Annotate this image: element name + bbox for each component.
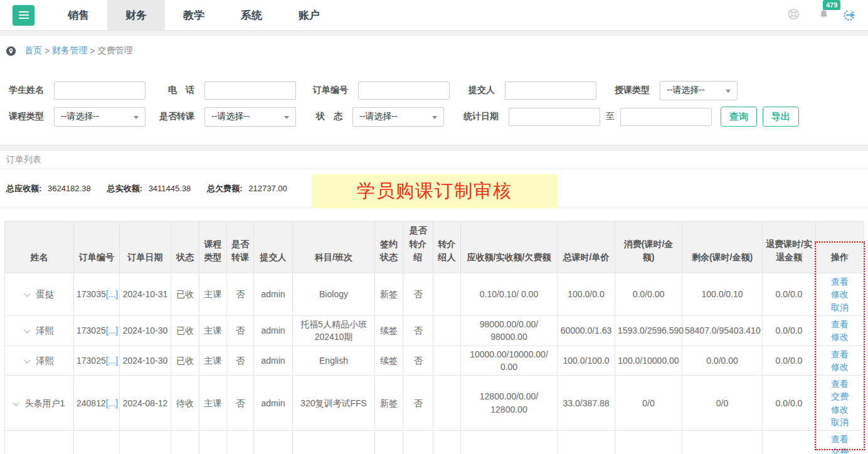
order-no-text: 173025 xyxy=(77,325,106,335)
order-no-input[interactable] xyxy=(358,82,450,100)
order-no-expand-link[interactable]: [...] xyxy=(106,325,118,335)
student-name: 蛋挞 xyxy=(36,289,54,299)
cell-consumed: 0.0/0.00 xyxy=(615,273,682,316)
action-view[interactable]: 查看 xyxy=(831,277,849,287)
cell-subject: 托福5人精品小班 202410期 xyxy=(293,315,375,346)
action-cancel[interactable]: 取消 xyxy=(831,302,849,312)
status-select[interactable]: --请选择-- xyxy=(352,107,444,127)
action-view[interactable]: 查看 xyxy=(831,379,849,389)
notification-count-badge[interactable]: 479 xyxy=(823,0,840,10)
cell-actions: 查看 修改 xyxy=(816,346,864,376)
nav-tab-3[interactable]: 系统 xyxy=(223,0,280,30)
menu-toggle-button[interactable] xyxy=(13,5,34,26)
expand-chevron-icon[interactable] xyxy=(24,291,30,297)
query-button[interactable]: 查询 xyxy=(721,107,757,127)
table-row: 泽熙173025[...]2024-10-30已收主课否admin托福5人精品小… xyxy=(5,315,864,346)
date-to-input[interactable] xyxy=(620,108,712,126)
cell-name: 泽熙 xyxy=(5,346,74,376)
column-header: 应收额/实收额/欠费额 xyxy=(461,221,558,273)
transfer-group: 是否转课 --请选择-- xyxy=(159,107,296,127)
nav-tab-4[interactable]: 账户 xyxy=(280,0,338,30)
cell-submitter: admin xyxy=(254,346,293,376)
column-header: 姓名 xyxy=(5,221,74,273)
nav-tab-0[interactable]: 销售 xyxy=(50,0,107,30)
cell-amounts: 0.10/0.10/ 0.00 xyxy=(461,273,558,316)
cell-refund: 0.0/0.0 xyxy=(763,346,816,376)
student-name-input[interactable] xyxy=(54,82,146,100)
logout-icon[interactable] xyxy=(843,9,855,24)
nav-tab-2[interactable]: 教学 xyxy=(165,0,223,30)
expand-chevron-icon[interactable] xyxy=(13,399,19,406)
section-divider xyxy=(0,30,868,36)
submitter-input[interactable] xyxy=(505,82,596,100)
cell-order-date: 2024-07-09 xyxy=(120,431,171,454)
student-name-group: 学生姓名 xyxy=(9,82,146,100)
nav-tab-1[interactable]: 财务 xyxy=(107,0,165,30)
cell-status: 已收 xyxy=(171,315,199,346)
phone-input[interactable] xyxy=(204,82,296,100)
notifications-bell[interactable]: 479 xyxy=(818,8,829,22)
action-pay[interactable]: 交费 xyxy=(831,447,849,454)
filter-row-2: 课程类型 --请选择-- 是否转课 --请选择-- 状 态 --请选择-- xyxy=(9,103,868,130)
breadcrumb-home[interactable]: 首页 xyxy=(24,45,42,56)
student-name: 头条用户1 xyxy=(25,398,65,408)
cell-order-date: 2024-10-30 xyxy=(120,315,171,346)
action-view[interactable]: 查看 xyxy=(831,319,849,329)
cell-sign-status: 新签 xyxy=(375,273,403,316)
cell-remaining: 58407.0/95403.410 xyxy=(682,315,763,346)
table-row: 泽熙173025[...]2024-10-30已收主课否adminEnglish… xyxy=(5,346,864,376)
cell-submitter: admin xyxy=(254,315,293,346)
order-no-expand-link[interactable]: [...] xyxy=(106,356,118,366)
table-row: 头条用户1240812[...]2024-08-12待收主课否admin320复… xyxy=(5,376,864,431)
cell-subject: English xyxy=(293,346,375,376)
cell-submitter: admin xyxy=(254,376,293,431)
cell-order-date: 2024-08-12 xyxy=(120,376,171,431)
course-type-group: 课程类型 --请选择-- xyxy=(9,107,146,127)
cell-refund: 0.0/0.0 xyxy=(763,273,816,316)
date-from-input[interactable] xyxy=(509,108,600,126)
cell-subject: 班课96 xyxy=(293,431,375,454)
action-edit[interactable]: 修改 xyxy=(831,289,849,299)
action-view[interactable]: 查看 xyxy=(831,349,849,359)
order-no-expand-link[interactable]: [...] xyxy=(106,398,118,408)
course-type-select[interactable]: --请选择-- xyxy=(54,107,146,127)
breadcrumb: 首页 > 财务管理 > 交费管理 xyxy=(0,36,868,66)
cell-sign-status: 新签 xyxy=(375,376,403,431)
breadcrumb-separator: > xyxy=(90,46,95,56)
teach-type-value: --请选择-- xyxy=(667,85,705,96)
help-globe-icon[interactable] xyxy=(788,8,800,23)
cell-consumed: 1593.0/2596.590 xyxy=(615,315,682,346)
teach-type-select[interactable]: --请选择-- xyxy=(660,81,738,100)
cell-course-type: 主课 xyxy=(199,315,227,346)
cell-name: 头条用户1 xyxy=(5,376,74,431)
cell-hours-price: 100.0/0.0 xyxy=(558,273,615,316)
action-pay[interactable]: 交费 xyxy=(831,391,849,401)
transfer-select[interactable]: --请选择-- xyxy=(204,107,296,127)
order-no-expand-link[interactable]: [...] xyxy=(106,289,118,299)
cell-is-referral: 否 xyxy=(403,315,433,346)
cell-order-no: 173025[...] xyxy=(74,346,120,376)
action-view[interactable]: 查看 xyxy=(831,434,849,444)
action-cancel[interactable]: 取消 xyxy=(831,417,849,427)
cell-hours-price: 60.0/80.0 xyxy=(558,431,615,454)
action-edit[interactable]: 修改 xyxy=(831,404,849,414)
chevron-down-icon xyxy=(284,116,289,119)
expand-chevron-icon[interactable] xyxy=(24,327,30,334)
cell-order-date: 2024-10-30 xyxy=(120,346,171,376)
cell-order-no: 173025[...] xyxy=(74,315,120,346)
expand-chevron-icon[interactable] xyxy=(24,357,30,363)
action-edit[interactable]: 修改 xyxy=(831,332,849,342)
column-header: 课程类型 xyxy=(199,221,227,273)
chevron-down-icon xyxy=(134,116,139,119)
cell-is-transfer: 否 xyxy=(227,346,254,376)
breadcrumb-finance[interactable]: 财务管理 xyxy=(52,45,87,56)
cell-sign-status: 续签 xyxy=(375,346,403,376)
total-receivable-value: 3624182.38 xyxy=(48,184,91,193)
orders-table: 姓名订单编号订单日期状态课程类型是否转课提交人科目/班次签约状态是否转介绍转介绍… xyxy=(4,221,864,454)
cell-actions: 查看 修改 xyxy=(816,315,864,346)
cell-is-transfer: 否 xyxy=(227,431,254,454)
cell-refund: 0.0/0.0 xyxy=(763,376,816,431)
action-edit[interactable]: 修改 xyxy=(831,362,849,372)
total-receivable-label: 总应收额: xyxy=(6,184,41,193)
export-button[interactable]: 导出 xyxy=(763,107,799,127)
